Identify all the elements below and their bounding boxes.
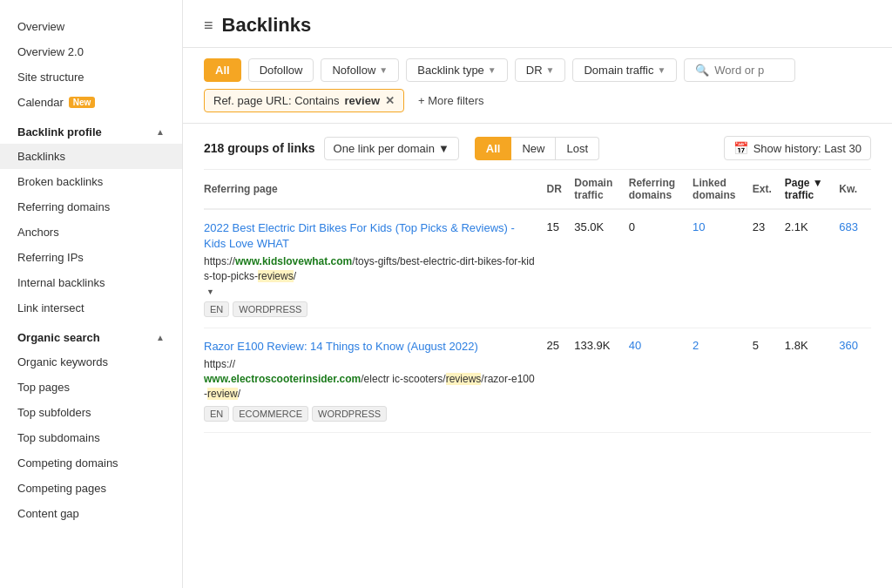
filter-backlink-type-btn[interactable]: Backlink type ▼ [406,58,508,82]
tag-ecommerce: ECOMMERCE [233,406,308,422]
backlinks-table: Referring page DR Domaintraffic Referrin… [204,170,871,433]
sidebar-item-referring-ips[interactable]: Referring IPs [0,245,182,270]
tag-en: EN [204,301,229,317]
sidebar-item-overview2[interactable]: Overview 2.0 [0,39,182,64]
nofollow-label: Nofollow [332,64,375,77]
col-kw[interactable]: Kw. [839,170,871,209]
sidebar-item-content-gap[interactable]: Content gap [0,501,182,526]
link-per-domain-label: One link per domain [334,142,435,155]
domain-traffic-chevron: ▼ [657,65,666,75]
row-1-domain[interactable]: www.electroscooterinsider.com [204,373,361,385]
tab-all[interactable]: All [475,137,512,160]
active-filter-prefix: Ref. page URL: Contains [213,94,340,107]
organic-section-arrow: ▲ [156,333,165,342]
sidebar-item-competing-pages[interactable]: Competing pages [0,476,182,501]
col-domain-traffic[interactable]: Domaintraffic [574,170,629,209]
show-history-btn[interactable]: 📅 Show history: Last 30 [724,136,871,160]
filter-dofollow-btn[interactable]: Dofollow [248,58,314,82]
row-1-title[interactable]: Razor E100 Review: 14 Things to Know (Au… [204,339,538,355]
dr-chevron: ▼ [546,65,555,75]
page-heading: Backlinks [222,14,312,37]
row-1-dr: 25 [547,328,575,432]
sidebar-section-organic: Organic search ▲ [0,321,182,349]
row-0-referring-page: 2022 Best Electric Dirt Bikes For Kids (… [204,209,547,328]
row-0-kw[interactable]: 683 [839,209,871,328]
sidebar-item-organic-keywords[interactable]: Organic keywords [0,349,182,375]
search-input[interactable] [714,64,784,77]
col-linked-domains[interactable]: Linkeddomains [693,170,753,209]
row-0-linked-domains[interactable]: 10 [693,209,753,328]
col-ext[interactable]: Ext. [753,170,785,209]
search-btn[interactable]: 🔍 [684,58,795,82]
sidebar-item-top-pages[interactable]: Top pages [0,375,182,400]
nofollow-chevron: ▼ [379,65,388,75]
backlink-type-label: Backlink type [417,64,484,77]
show-history-label: Show history: Last 30 [753,142,862,155]
sidebar-item-anchors[interactable]: Anchors [0,220,182,245]
sidebar-item-referring-domains[interactable]: Referring domains [0,194,182,220]
row-1-linked-domains[interactable]: 2 [693,328,753,432]
row-0-more-btn[interactable] [204,287,214,296]
sidebar-item-backlinks[interactable]: Backlinks [0,144,182,169]
active-filter-close[interactable]: ✕ [385,94,395,107]
tab-new[interactable]: New [511,137,556,160]
col-dr[interactable]: DR [547,170,575,209]
more-filters-btn[interactable]: + More filters [411,90,491,112]
page-title: ≡ Backlinks [204,14,871,37]
row-0-ext: 23 [753,209,785,328]
filter-row-2: Ref. page URL: Contains review ✕ + More … [204,89,871,112]
groups-count: 218 groups of links [204,141,315,155]
row-0-title[interactable]: 2022 Best Electric Dirt Bikes For Kids (… [204,220,538,252]
sidebar: OverviewOverview 2.0Site structureCalend… [0,0,183,588]
new-badge: New [69,97,96,108]
row-1-url: https://www.electroscooterinsider.com/el… [204,357,538,401]
row-0-referring-domains: 0 [629,209,693,328]
table-row: 2022 Best Electric Dirt Bikes For Kids (… [204,209,871,328]
link-per-domain-selector[interactable]: One link per domain ▼ [324,137,459,160]
sidebar-item-top-subfolders[interactable]: Top subfolders [0,400,182,425]
sidebar-item-broken-backlinks[interactable]: Broken backlinks [0,169,182,194]
row-0-tags: ENWORDPRESS [204,301,538,317]
col-referring-domains[interactable]: Referringdomains [629,170,693,209]
tag-en: EN [204,406,229,422]
organic-section-label: Organic search [17,331,100,344]
link-per-domain-chevron: ▼ [438,142,449,155]
col-referring-page: Referring page [204,170,547,209]
tab-lost[interactable]: Lost [556,137,599,160]
filter-nofollow-btn[interactable]: Nofollow ▼ [321,58,399,82]
row-1-ext: 5 [753,328,785,432]
calendar-icon: 📅 [733,141,748,155]
filter-domain-traffic-btn[interactable]: Domain traffic ▼ [572,58,677,82]
row-1-referring-page: Razor E100 Review: 14 Things to Know (Au… [204,328,547,432]
hamburger-icon[interactable]: ≡ [204,17,213,35]
filters-area: All Dofollow Nofollow ▼ Backlink type ▼ … [183,48,892,124]
row-1-kw[interactable]: 360 [839,328,871,432]
row-0-url: https://www.kidslovewhat.com/toys-gifts/… [204,254,538,284]
domain-traffic-label: Domain traffic [584,64,653,77]
row-1-page-traffic: 1.8K [785,328,839,432]
row-0-domain[interactable]: www.kidslovewhat.com [235,255,352,267]
filter-dr-btn[interactable]: DR ▼ [515,58,566,82]
sidebar-item-top-subdomains[interactable]: Top subdomains [0,425,182,450]
table-toolbar: 218 groups of links One link per domain … [204,124,871,170]
tag-wordpress: WORDPRESS [312,406,387,422]
col-page-traffic[interactable]: Page ▼traffic [785,170,839,209]
sidebar-item-overview[interactable]: Overview [0,14,182,39]
dr-label: DR [526,64,543,77]
sidebar-item-competing-domains[interactable]: Competing domains [0,450,182,476]
row-0-page-traffic: 2.1K [785,209,839,328]
table-area: 218 groups of links One link per domain … [183,124,892,588]
backlink-section-label: Backlink profile [17,125,102,139]
sidebar-item-site-structure[interactable]: Site structure [0,64,182,90]
row-1-referring-domains[interactable]: 40 [629,328,693,432]
header: ≡ Backlinks [183,0,892,48]
filter-row-1: All Dofollow Nofollow ▼ Backlink type ▼ … [204,58,871,82]
sidebar-item-internal-backlinks[interactable]: Internal backlinks [0,270,182,295]
backlink-type-chevron: ▼ [488,65,497,75]
sidebar-item-calendar[interactable]: CalendarNew [0,90,182,115]
history-tab-group: All New Lost [475,137,599,160]
row-0-dr: 15 [547,209,575,328]
filter-all-btn[interactable]: All [204,58,241,82]
sidebar-item-link-intersect[interactable]: Link intersect [0,295,182,321]
tag-wordpress: WORDPRESS [233,301,307,317]
